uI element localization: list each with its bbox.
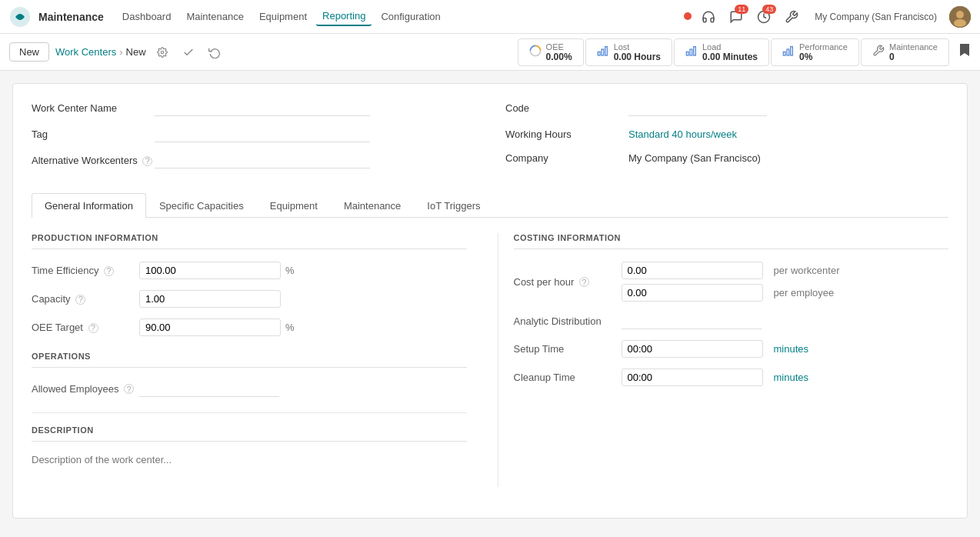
tab-equipment[interactable]: Equipment — [257, 193, 331, 218]
status-indicator[interactable] — [684, 11, 692, 22]
app-logo[interactable] — [9, 6, 31, 28]
cost-per-workcenter-input[interactable] — [622, 262, 763, 279]
company-value: My Company (San Francisco) — [628, 149, 761, 164]
cost-per-employee-input[interactable] — [622, 284, 763, 302]
costing-section-title: COSTING INFORMATION — [514, 233, 949, 249]
description-section-title: DESCRIPTION — [32, 425, 467, 442]
cleanup-time-input[interactable] — [622, 369, 763, 386]
stats-bar: OEE 0.00% Lost 0.00 Hours Load — [518, 38, 949, 66]
setup-time-row: Setup Time minutes — [514, 340, 949, 358]
time-efficiency-help-icon[interactable]: ? — [104, 266, 114, 276]
oee-target-help-icon[interactable]: ? — [88, 323, 98, 333]
allowed-employees-input[interactable] — [139, 380, 279, 397]
capacity-input[interactable] — [139, 290, 281, 308]
nav-reporting[interactable]: Reporting — [316, 7, 372, 26]
tab-general[interactable]: General Information — [32, 193, 146, 218]
oee-target-label: OEE Target ? — [32, 322, 139, 333]
settings-button[interactable] — [781, 6, 802, 28]
capacity-label: Capacity ? — [32, 293, 139, 305]
tab-iot[interactable]: IoT Triggers — [414, 193, 493, 218]
nav-maintenance[interactable]: Maintenance — [180, 8, 249, 25]
allowed-employees-row: Allowed Employees ? — [32, 380, 467, 397]
oee-stat[interactable]: OEE 0.00% — [518, 38, 584, 66]
capacity-help-icon[interactable]: ? — [75, 295, 85, 305]
setup-time-input[interactable] — [622, 340, 763, 358]
svg-rect-13 — [783, 52, 785, 55]
maintenance-stat[interactable]: Maintenance 0 — [861, 38, 949, 66]
gear-icon-button[interactable] — [152, 42, 172, 62]
svg-rect-8 — [602, 49, 604, 55]
nav-dashboard[interactable]: Dashboard — [116, 8, 178, 25]
svg-point-4 — [956, 11, 964, 18]
description-input[interactable] — [32, 454, 467, 485]
user-avatar[interactable] — [949, 6, 971, 28]
tag-input[interactable] — [155, 125, 370, 142]
cost-per-hour-row: Cost per hour ? per workcenter per emplo… — [514, 262, 949, 302]
oee-icon — [529, 45, 542, 59]
work-center-name-label: Work Center Name — [32, 99, 155, 114]
tab-maintenance[interactable]: Maintenance — [331, 193, 414, 218]
breadcrumb-current: New — [126, 46, 146, 58]
chat-badge: 11 — [735, 5, 748, 14]
tab-capacities[interactable]: Specific Capacities — [146, 193, 257, 218]
company-row: Company My Company (San Francisco) — [505, 149, 948, 164]
working-hours-row: Working Hours Standard 40 hours/week — [505, 125, 948, 140]
tag-row: Tag — [32, 125, 475, 142]
oee-target-input[interactable] — [139, 319, 281, 336]
work-center-name-row: Work Center Name — [32, 99, 475, 116]
company-label: Company — [505, 149, 628, 164]
capacity-row: Capacity ? — [32, 290, 467, 308]
lost-icon — [597, 45, 609, 59]
top-navigation: Maintenance Dashboard Maintenance Equipm… — [0, 0, 980, 34]
load-stat[interactable]: Load 0.00 Minutes — [674, 38, 769, 66]
cost-per-hour-help-icon[interactable]: ? — [579, 277, 589, 287]
cost-per-workcenter-unit: per workcenter — [774, 265, 840, 276]
description-section: DESCRIPTION — [32, 412, 467, 487]
nav-equipment[interactable]: Equipment — [253, 8, 313, 25]
breadcrumb: Work Centers › New — [55, 46, 146, 58]
analytic-distribution-input[interactable] — [622, 312, 762, 329]
form-card: Work Center Name Tag Alternative Workcen… — [12, 83, 968, 519]
time-efficiency-unit: % — [285, 265, 295, 276]
main-content: Work Center Name Tag Alternative Workcen… — [0, 71, 980, 531]
cloud-save-button[interactable] — [178, 42, 198, 62]
chat-button[interactable]: 11 — [725, 6, 747, 28]
alternative-workcenters-help-icon[interactable]: ? — [142, 156, 152, 166]
action-bar: New Work Centers › New — [0, 34, 980, 71]
general-sections: PRODUCTION INFORMATION Time Efficiency ?… — [32, 233, 948, 487]
operations-section-title: OPERATIONS — [32, 352, 467, 368]
lost-stat[interactable]: Lost 0.00 Hours — [585, 38, 672, 66]
nav-configuration[interactable]: Configuration — [375, 8, 446, 25]
activity-button[interactable]: 43 — [753, 6, 775, 28]
code-input[interactable] — [628, 99, 767, 116]
new-button[interactable]: New — [9, 42, 49, 62]
svg-rect-11 — [690, 49, 692, 55]
svg-rect-12 — [694, 47, 696, 55]
alternative-workcenters-input[interactable] — [155, 152, 370, 168]
svg-rect-14 — [787, 49, 789, 55]
cleanup-time-unit[interactable]: minutes — [774, 372, 809, 383]
alternative-workcenters-label: Alternative Workcenters ? — [32, 152, 155, 166]
load-icon — [685, 45, 698, 59]
maintenance-icon — [872, 45, 885, 59]
svg-point-1 — [18, 15, 22, 19]
time-efficiency-input[interactable] — [139, 262, 281, 279]
tabs: General Information Specific Capacities … — [32, 193, 948, 218]
code-label: Code — [505, 99, 628, 114]
breadcrumb-parent[interactable]: Work Centers — [55, 46, 116, 58]
tag-label: Tag — [32, 125, 155, 140]
alternative-workcenters-row: Alternative Workcenters ? — [32, 152, 475, 168]
setup-time-unit[interactable]: minutes — [774, 343, 809, 355]
support-button[interactable] — [698, 6, 719, 28]
discard-button[interactable] — [205, 42, 225, 62]
work-center-name-input[interactable] — [155, 99, 370, 116]
bookmark-button[interactable] — [958, 42, 971, 62]
svg-point-5 — [954, 19, 966, 27]
performance-stat[interactable]: Performance 0% — [771, 38, 859, 66]
allowed-employees-help-icon[interactable]: ? — [124, 384, 134, 394]
allowed-employees-label: Allowed Employees ? — [32, 383, 139, 395]
cost-per-hour-label: Cost per hour ? — [514, 276, 622, 288]
working-hours-value[interactable]: Standard 40 hours/week — [628, 125, 737, 140]
time-efficiency-label: Time Efficiency ? — [32, 265, 139, 276]
header-fields: Work Center Name Tag Alternative Workcen… — [32, 99, 948, 178]
